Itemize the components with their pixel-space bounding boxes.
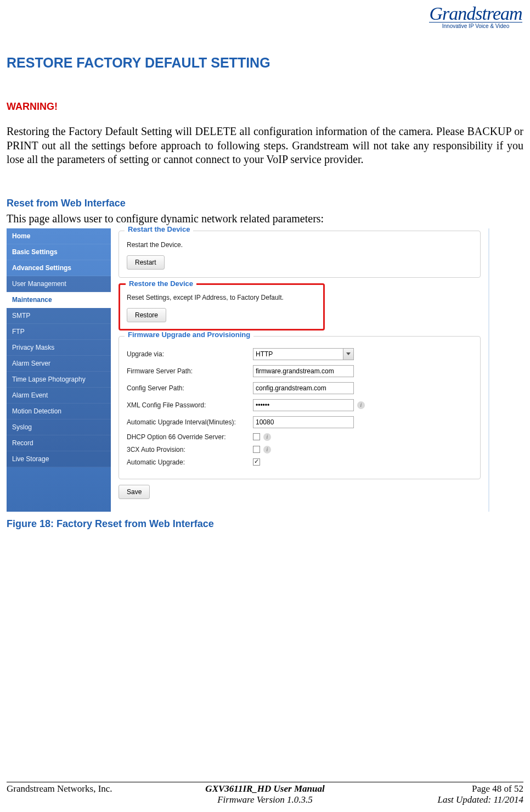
cfg-path-label: Config Server Path: (127, 384, 253, 392)
footer-company: Grandstream Networks, Inc. (7, 783, 179, 805)
restart-button[interactable]: Restart (127, 255, 165, 270)
save-button[interactable]: Save (119, 485, 150, 499)
sub-intro: This page allows user to configure dynam… (7, 212, 523, 225)
footer-center: GXV3611IR_HD User Manual Firmware Versio… (179, 783, 351, 805)
firmware-legend: Firmware Upgrade and Provisioning (125, 331, 253, 339)
sidebar-item[interactable]: SMTP (7, 308, 111, 324)
threecx-label: 3CX Auto Provision: (127, 446, 253, 453)
footer-manual: GXV3611IR_HD User Manual (205, 783, 324, 794)
restart-text: Restart the Device. (127, 241, 472, 249)
interval-input[interactable] (253, 416, 354, 428)
restart-device-fieldset: Restart the Device Restart the Device. R… (119, 231, 481, 278)
sidebar-item[interactable]: User Management (7, 276, 111, 292)
sidebar-item[interactable]: Maintenance (7, 292, 111, 308)
restore-legend: Restore the Device (126, 279, 196, 288)
threecx-checkbox[interactable] (253, 446, 260, 453)
sidebar-item[interactable]: Live Storage (7, 451, 111, 467)
content-panel: Restart the Device Restart the Device. R… (111, 228, 488, 512)
sidebar-item[interactable]: Alarm Server (7, 356, 111, 372)
sidebar-nav: HomeBasic SettingsAdvanced SettingsUser … (7, 228, 111, 512)
sidebar-item[interactable]: Syslog (7, 419, 111, 435)
restore-text: Reset Settings, except IP Address, to Fa… (127, 294, 317, 301)
sidebar-item[interactable]: Advanced Settings (7, 260, 111, 276)
brand-logo: Grandstream Innovative IP Voice & Video (429, 3, 522, 29)
warning-body: Restoring the Factory Default Setting wi… (7, 125, 523, 167)
page-footer: Grandstream Networks, Inc. GXV3611IR_HD … (7, 782, 523, 805)
dhcp66-label: DHCP Option 66 Override Server: (127, 433, 253, 441)
auto-upgrade-label: Automatic Upgrade: (127, 458, 253, 466)
sidebar-item[interactable]: Motion Detection (7, 404, 111, 419)
fw-path-input[interactable] (253, 365, 354, 377)
upgrade-via-label: Upgrade via: (127, 350, 253, 358)
sidebar-item[interactable]: Home (7, 228, 111, 244)
auto-upgrade-checkbox[interactable] (253, 458, 260, 466)
info-icon: i (357, 401, 365, 409)
logo-text: Grandstream (429, 3, 522, 24)
warning-heading: WARNING! (7, 101, 523, 113)
restart-legend: Restart the Device (125, 225, 193, 233)
footer-right: Page 48 of 52 Last Updated: 11/2014 (351, 783, 523, 805)
web-interface-screenshot: HomeBasic SettingsAdvanced SettingsUser … (7, 228, 489, 512)
sidebar-item[interactable]: Privacy Masks (7, 340, 111, 356)
sub-heading: Reset from Web Interface (7, 198, 523, 209)
interval-label: Automatic Upgrade Interval(Minutes): (127, 418, 253, 426)
info-icon: i (263, 433, 271, 441)
fw-path-label: Firmware Server Path: (127, 367, 253, 375)
restore-button[interactable]: Restore (127, 308, 166, 322)
upgrade-via-select[interactable] (253, 348, 354, 360)
figure-caption: Figure 18: Factory Reset from Web Interf… (7, 518, 523, 530)
section-title: RESTORE FACTORY DEFAULT SETTING (7, 55, 523, 71)
xml-pw-input[interactable] (253, 399, 354, 411)
sidebar-item[interactable]: Alarm Event (7, 388, 111, 404)
dhcp66-checkbox[interactable] (253, 433, 260, 440)
xml-pw-label: XML Config File Password: (127, 401, 253, 409)
footer-updated: Last Updated: 11/2014 (351, 794, 523, 805)
cfg-path-input[interactable] (253, 382, 354, 394)
sidebar-item[interactable]: Time Lapse Photography (7, 372, 111, 388)
footer-page: Page 48 of 52 (351, 783, 523, 794)
footer-firmware: Firmware Version 1.0.3.5 (179, 794, 351, 805)
sidebar-item[interactable]: FTP (7, 324, 111, 340)
sidebar-item[interactable]: Basic Settings (7, 244, 111, 260)
info-icon: i (263, 446, 271, 453)
sidebar-item[interactable]: Record (7, 435, 111, 451)
restore-device-fieldset: Restore the Device Reset Settings, excep… (119, 283, 325, 331)
logo-tagline: Innovative IP Voice & Video (429, 22, 522, 29)
firmware-fieldset: Firmware Upgrade and Provisioning Upgrad… (119, 336, 481, 479)
